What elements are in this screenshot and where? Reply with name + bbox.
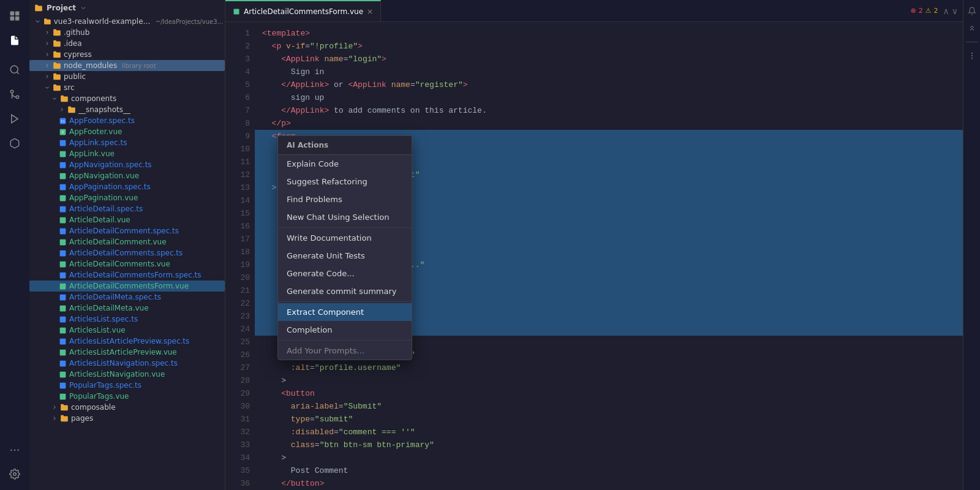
- tree-item[interactable]: ArticleDetailComment.vue: [29, 236, 225, 247]
- tree-item[interactable]: ArticlesList.vue: [29, 325, 225, 336]
- tree-item[interactable]: AppLink.spec.ts: [29, 137, 225, 148]
- svg-rect-26: [60, 272, 66, 278]
- file-label: ArticleDetail.spec.ts: [69, 205, 143, 213]
- file-label: ArticleDetailCommentsForm.spec.ts: [69, 271, 202, 279]
- tree-item[interactable]: ArticlesListNavigation.vue: [29, 369, 225, 380]
- tree-item-selected[interactable]: ArticleDetailCommentsForm.vue: [29, 281, 225, 292]
- tree-root-folder[interactable]: vue3-realworld-example-app ~/IdeaProject…: [29, 16, 225, 27]
- svg-rect-25: [60, 261, 66, 267]
- menu-item-add-prompts[interactable]: Add Your Prompts...: [278, 342, 412, 360]
- activity-icon-project[interactable]: [4, 5, 26, 27]
- file-label: ArticlesListNavigation.vue: [69, 370, 165, 379]
- tree-item[interactable]: ArticleDetailMeta.vue: [29, 303, 225, 314]
- svg-rect-20: [60, 206, 66, 212]
- svg-rect-23: [60, 239, 66, 245]
- menu-item-suggest-refactoring[interactable]: Suggest Refactoring: [278, 173, 412, 190]
- active-tab[interactable]: ArticleDetailCommentsForm.vue ×: [225, 0, 381, 21]
- menu-item-write-docs[interactable]: Write Documentation: [278, 229, 412, 247]
- tree-item[interactable]: ArticleDetailComments.vue: [29, 258, 225, 270]
- code-line: class="btn btn-sm btn-primary": [255, 439, 963, 451]
- code-editor[interactable]: 12345 678910 1112131415 1617181920 21222…: [225, 22, 963, 490]
- activity-icon-settings[interactable]: [4, 463, 26, 485]
- tree-item[interactable]: ArticleDetailCommentsForm.spec.ts: [29, 270, 225, 281]
- menu-item-explain-code[interactable]: Explain Code: [278, 155, 412, 173]
- tree-item[interactable]: AppNavigation.vue: [29, 170, 225, 181]
- menu-item-generate-commit[interactable]: Generate commit summary: [278, 282, 412, 300]
- code-line: aria-label="Submit": [255, 400, 963, 413]
- tree-item[interactable]: pages: [29, 413, 225, 424]
- scroll-icon[interactable]: [966, 22, 978, 34]
- chevron-up-icon[interactable]: ∧: [943, 6, 949, 16]
- chevron-down-icon[interactable]: ∨: [952, 6, 958, 16]
- tree-item[interactable]: AppNavigation.spec.ts: [29, 159, 225, 170]
- tree-item[interactable]: src: [29, 82, 225, 93]
- tree-item[interactable]: __snapshots__: [29, 104, 225, 115]
- tree-item[interactable]: ArticlesListArticlePreview.vue: [29, 347, 225, 358]
- notification-icon[interactable]: [966, 5, 978, 17]
- tree-item[interactable]: public: [29, 71, 225, 82]
- file-label: ArticlesListArticlePreview.spec.ts: [69, 337, 189, 345]
- tree-item[interactable]: ArticleDetailComments.spec.ts: [29, 247, 225, 258]
- divider: [966, 42, 978, 42]
- menu-item-extract-component[interactable]: Extract Component: [278, 303, 412, 321]
- error-count: 2: [919, 7, 923, 15]
- tab-bar: ArticleDetailCommentsForm.vue × ⊗ 2 ⚠ 2 …: [225, 0, 963, 22]
- project-title[interactable]: Project: [29, 0, 225, 16]
- tree-item[interactable]: ArticlesListNavigation.spec.ts: [29, 358, 225, 369]
- menu-item-completion[interactable]: Completion: [278, 321, 412, 339]
- tree-item[interactable]: ArticlesList.spec.ts: [29, 314, 225, 325]
- menu-item-find-problems[interactable]: Find Problems: [278, 190, 412, 208]
- folder-label: cypress: [64, 50, 92, 59]
- tree-item[interactable]: ArticlesListArticlePreview.spec.ts: [29, 336, 225, 347]
- svg-marker-8: [12, 115, 18, 123]
- tree-item[interactable]: cypress: [29, 49, 225, 60]
- file-label: AppNavigation.spec.ts: [69, 160, 152, 169]
- tree-item[interactable]: composable: [29, 402, 225, 413]
- tree-item[interactable]: .github: [29, 27, 225, 38]
- menu-item-generate-unit-tests[interactable]: Generate Unit Tests: [278, 247, 412, 265]
- tree-item[interactable]: ts AppFooter.spec.ts: [29, 115, 225, 126]
- folder-label: pages: [71, 414, 93, 423]
- tree-item[interactable]: AppLink.vue: [29, 148, 225, 159]
- tree-item[interactable]: V AppFooter.vue: [29, 126, 225, 137]
- activity-bar: ···: [0, 0, 29, 490]
- tree-item[interactable]: PopularTags.vue: [29, 391, 225, 402]
- activity-icon-search[interactable]: [4, 59, 26, 81]
- code-line: Post Comment: [255, 464, 963, 477]
- svg-rect-17: [60, 173, 66, 179]
- tree-item[interactable]: ArticleDetail.vue: [29, 214, 225, 225]
- tree-item[interactable]: ArticleDetail.spec.ts: [29, 203, 225, 214]
- tree-item[interactable]: PopularTags.spec.ts: [29, 380, 225, 391]
- svg-rect-24: [60, 250, 66, 256]
- menu-item-generate-code[interactable]: Generate Code...: [278, 265, 412, 282]
- svg-rect-37: [60, 393, 66, 399]
- tree-item[interactable]: AppPagination.vue: [29, 192, 225, 203]
- tree-item[interactable]: node_modules library root: [29, 60, 225, 71]
- tree-item[interactable]: ArticleDetailMeta.spec.ts: [29, 292, 225, 303]
- far-right-panel: [963, 0, 980, 490]
- file-label: PopularTags.vue: [69, 392, 129, 401]
- tree-item[interactable]: components: [29, 93, 225, 104]
- activity-icon-run[interactable]: [4, 108, 26, 130]
- svg-rect-31: [60, 327, 66, 333]
- code-line: <button: [255, 387, 963, 400]
- folder-label: composable: [71, 403, 116, 412]
- code-line: :disabled="comment === ''": [255, 426, 963, 439]
- code-line: </AppLink> or <AppLink name="register">: [255, 78, 963, 91]
- file-label: ArticlesListArticlePreview.vue: [69, 348, 177, 356]
- more-options-icon[interactable]: [966, 50, 978, 62]
- tab-close-button[interactable]: ×: [367, 7, 373, 16]
- menu-item-new-chat[interactable]: New Chat Using Selection: [278, 208, 412, 226]
- tree-item[interactable]: .idea: [29, 38, 225, 49]
- activity-icon-files[interactable]: [4, 29, 26, 51]
- error-indicators: ⊗ 2 ⚠ 2 ∧ ∨: [910, 6, 958, 16]
- tree-item[interactable]: ArticleDetailComment.spec.ts: [29, 225, 225, 236]
- folder-label: components: [71, 94, 116, 103]
- tree-item[interactable]: AppPagination.spec.ts: [29, 181, 225, 192]
- code-line: </p>: [255, 117, 963, 130]
- activity-icon-more[interactable]: ···: [4, 439, 26, 461]
- svg-point-7: [10, 90, 13, 93]
- svg-line-5: [17, 72, 18, 74]
- activity-icon-git[interactable]: [4, 83, 26, 105]
- activity-icon-extensions[interactable]: [4, 132, 26, 154]
